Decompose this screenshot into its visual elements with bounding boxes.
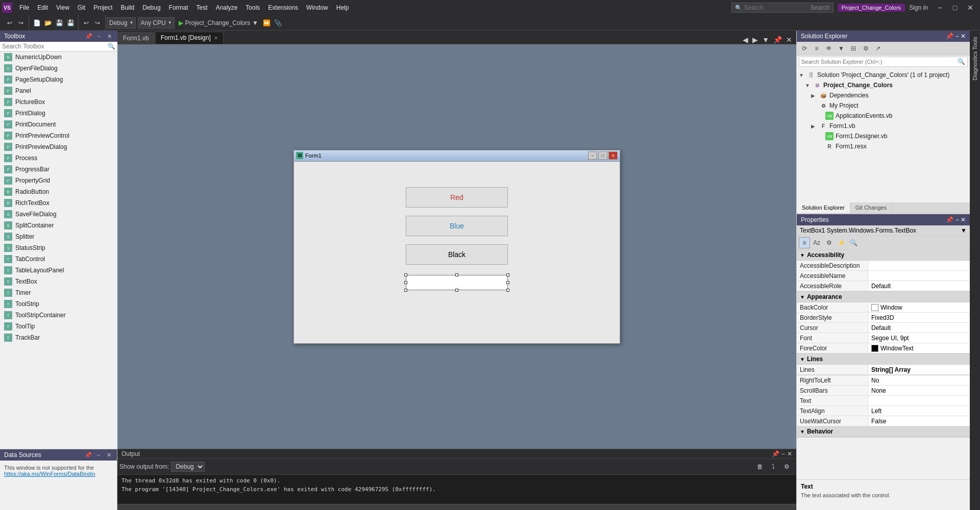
sol-collapse-btn[interactable]: ⊟	[848, 43, 859, 54]
handle-br[interactable]	[506, 289, 509, 292]
sign-in-button[interactable]: Sign in	[909, 4, 928, 11]
form-maximize-btn[interactable]: □	[598, 151, 607, 160]
menu-search-input[interactable]	[744, 4, 811, 11]
output-source-select[interactable]: Debug	[171, 462, 205, 472]
ds-pin-btn[interactable]: 📌	[84, 452, 92, 458]
toolbox-item-printdialog[interactable]: PPrintDialog	[0, 108, 117, 119]
toolbox-search-input[interactable]	[2, 43, 108, 50]
sol-tab-git[interactable]: Git Changes	[850, 202, 892, 213]
sol-search-input[interactable]	[801, 59, 958, 65]
props-close-btn[interactable]: ✕	[961, 216, 966, 223]
toolbox-item-tablelayoutpanel[interactable]: TTableLayoutPanel	[0, 265, 117, 276]
minimize-button[interactable]: −	[932, 0, 947, 15]
toolbar-step-over[interactable]: ⏩	[261, 17, 273, 29]
output-close-btn[interactable]: ✕	[787, 450, 792, 457]
sol-close-btn[interactable]: ✕	[961, 33, 966, 40]
form-close-btn[interactable]: ✕	[608, 151, 618, 160]
sol-tab-explorer[interactable]: Solution Explorer	[797, 202, 850, 213]
sol-tree-root[interactable]: ▼🗄Solution 'Project_Change_Colors' (1 of…	[797, 70, 970, 80]
form-textbox-selected[interactable]	[406, 275, 508, 290]
menu-file[interactable]: File	[15, 2, 33, 13]
toolbox-search-icon[interactable]: 🔍	[108, 43, 115, 50]
toolbar-undo-btn[interactable]: ↩	[81, 17, 92, 29]
toolbox-item-printpreviewdialog[interactable]: PPrintPreviewDialog	[0, 141, 117, 152]
sol-filter-btn[interactable]: ▼	[836, 43, 847, 54]
sol-tree-node[interactable]: VBApplicationEvents.vb	[797, 111, 970, 121]
run-button[interactable]: ▶ Project_Change_Colors ▼	[176, 18, 261, 28]
maximize-button[interactable]: □	[947, 0, 963, 15]
toolbox-item-splitter[interactable]: SSplitter	[0, 231, 117, 242]
toolbox-item-propertygrid[interactable]: PPropertyGrid	[0, 175, 117, 186]
props-alpha-btn[interactable]: Az	[811, 237, 822, 248]
menu-edit[interactable]: Edit	[33, 2, 52, 13]
ds-auto-hide-btn[interactable]: −	[94, 452, 103, 458]
sol-tree-node[interactable]: ⚙My Project	[797, 100, 970, 111]
handle-ml[interactable]	[404, 281, 407, 284]
toolbox-item-timer[interactable]: TTimer	[0, 287, 117, 298]
menu-window[interactable]: Window	[302, 2, 332, 13]
tab-close-design[interactable]: ✕	[214, 35, 218, 41]
tab-form1-vb[interactable]: Form1.vb	[117, 32, 155, 44]
sol-tree-node[interactable]: ▶FForm1.vb	[797, 121, 970, 131]
toolbox-item-printpreviewcontrol[interactable]: PPrintPreviewControl	[0, 130, 117, 141]
toolbox-item-radiobutton[interactable]: RRadioButton	[0, 186, 117, 197]
toolbox-pin-btn[interactable]: 📌	[85, 33, 93, 40]
props-section-header-lines[interactable]: ▼ Lines	[797, 354, 970, 365]
sol-sync-btn[interactable]: ⟳	[799, 43, 810, 54]
props-target-dropdown[interactable]: ▼	[961, 227, 967, 234]
cpu-config-dropdown[interactable]: Any CPU▼	[138, 17, 174, 29]
menu-extensions[interactable]: Extensions	[264, 2, 302, 13]
close-button[interactable]: ✕	[963, 0, 978, 15]
handle-tl[interactable]	[404, 273, 407, 276]
sol-tree-node[interactable]: ▶📦Dependencies	[797, 90, 970, 100]
props-section-header-appearance[interactable]: ▼ Appearance	[797, 292, 970, 302]
toolbox-item-tooltip[interactable]: TToolTip	[0, 321, 117, 332]
menu-git[interactable]: Git	[74, 2, 89, 13]
sol-tree-node[interactable]: RForm1.resx	[797, 141, 970, 151]
toolbar-redo-btn[interactable]: ↪	[92, 17, 103, 29]
props-categorized-btn[interactable]: ≡	[799, 237, 810, 248]
toolbox-item-process[interactable]: PProcess	[0, 152, 117, 164]
toolbox-auto-hide-btn[interactable]: −	[95, 33, 103, 40]
toolbar-newfile-btn[interactable]: 📄	[31, 17, 42, 29]
menu-search-box[interactable]: 🔍 Search	[731, 3, 834, 13]
sol-properties-btn[interactable]: ≡	[811, 43, 822, 54]
toolbar-open-btn[interactable]: 📂	[42, 17, 54, 29]
toolbox-item-toolstripcontainer[interactable]: TToolStripContainer	[0, 310, 117, 321]
menu-project[interactable]: Project	[89, 2, 116, 13]
toolbox-close-btn[interactable]: ✕	[105, 33, 113, 40]
toolbox-item-numericupdown[interactable]: NNumericUpDown	[0, 52, 117, 63]
sol-search-icon[interactable]: 🔍	[958, 58, 965, 65]
handle-bm[interactable]	[455, 289, 458, 292]
handle-mr[interactable]	[506, 281, 509, 284]
toolbar-saveall-btn[interactable]: 💾	[65, 17, 76, 29]
sol-pin-btn[interactable]: 📌	[946, 33, 953, 40]
handle-tr[interactable]	[506, 273, 509, 276]
menu-help[interactable]: Help	[332, 2, 353, 13]
sol-show-all-btn[interactable]: 👁	[823, 43, 835, 54]
toolbox-item-statusstrip[interactable]: SStatusStrip	[0, 242, 117, 253]
form-minimize-btn[interactable]: −	[588, 151, 597, 160]
sol-tree-project[interactable]: ▼⚙Project_Change_Colors	[797, 80, 970, 90]
props-search-btn[interactable]: 🔍	[848, 237, 859, 248]
form-button-black[interactable]: Black	[406, 244, 508, 265]
props-section-header-accessibility[interactable]: ▼ Accessibility	[797, 250, 970, 261]
props-props-btn[interactable]: ⚙	[823, 237, 835, 248]
output-pin-btn[interactable]: 📌	[772, 450, 779, 457]
output-scrollbar-h[interactable]	[117, 504, 796, 510]
toolbox-item-toolstrip[interactable]: TToolStrip	[0, 298, 117, 310]
menu-format[interactable]: Format	[165, 2, 192, 13]
menu-test[interactable]: Test	[192, 2, 212, 13]
tab-scroll-left[interactable]: ◀	[741, 36, 750, 44]
menu-debug[interactable]: Debug	[138, 2, 164, 13]
sol-tree-node[interactable]: VBForm1.Designer.vb	[797, 131, 970, 141]
form-button-red[interactable]: Red	[406, 187, 508, 208]
sol-auto-hide-btn[interactable]: −	[955, 33, 959, 40]
handle-bl[interactable]	[404, 289, 407, 292]
tab-close-panel[interactable]: ✕	[784, 36, 794, 44]
toolbar-attach[interactable]: 📎	[273, 17, 284, 29]
output-settings-btn[interactable]: ⚙	[781, 461, 792, 472]
tab-pin[interactable]: 📌	[771, 36, 784, 44]
tab-scroll-right[interactable]: ▶	[750, 36, 760, 44]
tab-dropdown[interactable]: ▼	[760, 36, 771, 44]
